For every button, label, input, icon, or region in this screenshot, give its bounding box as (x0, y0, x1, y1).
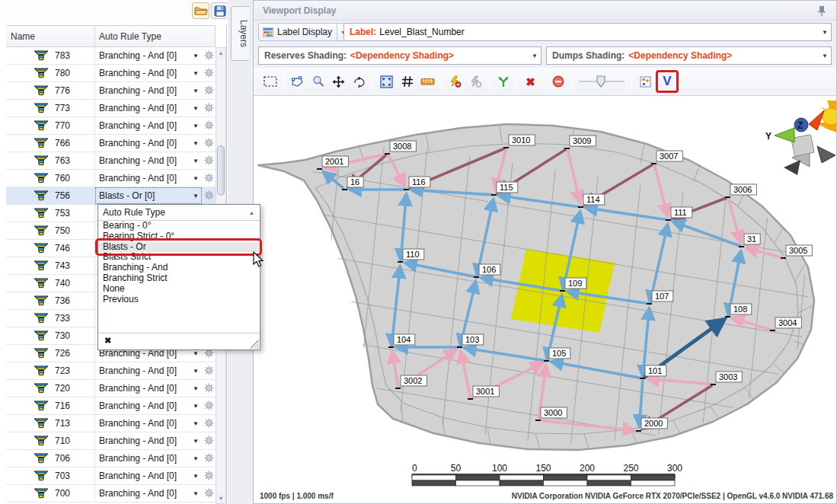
row-name-cell[interactable]: 740 (6, 275, 95, 292)
table-row[interactable]: 780Branching - And [0]▼ (6, 65, 216, 82)
row-rule-combo[interactable]: Branching - And [0]▼ (95, 152, 216, 169)
row-rule-combo[interactable]: Branching - And [0]▼ (95, 380, 216, 397)
dependency-remove-button[interactable] (445, 72, 465, 92)
rule-gear-button[interactable] (202, 488, 216, 500)
gear-icon[interactable] (204, 155, 214, 165)
row-name-cell[interactable]: 773 (6, 100, 95, 116)
table-row[interactable]: 783Branching - And [0]▼ (6, 47, 216, 65)
rule-gear-button[interactable] (202, 103, 216, 115)
column-header-name[interactable]: Name (6, 26, 95, 46)
viewport-3d[interactable]: 2001300816116301011530091143007111300631… (254, 96, 836, 503)
row-name-cell[interactable]: 750 (6, 222, 95, 239)
table-row[interactable]: 756Blasts - Or [0]▼ (6, 187, 216, 205)
branch-button[interactable] (493, 72, 513, 92)
orbit-button[interactable] (349, 72, 369, 92)
table-row[interactable]: 710Branching - And [0]▼ (6, 432, 216, 450)
rule-gear-button[interactable] (202, 85, 216, 97)
row-rule-combo[interactable]: Branching - And [0]▼ (95, 450, 216, 467)
dropdown-item[interactable]: Bearing Strict - 0° (98, 231, 260, 242)
table-row[interactable]: 763Branching - And [0]▼ (6, 152, 216, 170)
row-name-cell[interactable]: 716 (6, 397, 95, 414)
dumps-shading-arrow[interactable]: ▼ (819, 53, 831, 59)
rule-gear-button[interactable] (202, 50, 216, 62)
row-name-cell[interactable]: 720 (6, 380, 95, 397)
rule-gear-button[interactable] (202, 138, 216, 150)
gear-icon[interactable] (204, 68, 214, 78)
dropdown-header[interactable]: Auto Rule Type ▲ (98, 205, 260, 221)
grid-button[interactable] (397, 72, 417, 92)
mine-map[interactable]: 2001300816116301011530091143007111300631… (254, 96, 836, 503)
dropdown-item[interactable]: Blasts - Or (98, 242, 260, 253)
rule-dropdown-arrow[interactable]: ▼ (190, 368, 202, 375)
scroll-down-arrow[interactable]: ▼ (216, 493, 225, 503)
table-row[interactable]: 766Branching - And [0]▼ (6, 135, 216, 152)
measure-button[interactable] (417, 72, 438, 92)
rule-dropdown-arrow[interactable]: ▼ (190, 175, 202, 182)
row-rule-combo[interactable]: Branching - And [0]▼ (95, 362, 216, 379)
pan-button[interactable] (328, 72, 349, 92)
open-folder-button[interactable] (192, 2, 209, 19)
rule-gear-button[interactable] (202, 120, 216, 132)
marquee-select-button[interactable] (260, 72, 280, 92)
row-name-cell[interactable]: 783 (6, 47, 95, 64)
label-combo[interactable]: Label: Level_Blast_Number ▼ (343, 23, 832, 41)
gear-icon[interactable] (204, 85, 214, 95)
gear-icon[interactable] (204, 50, 214, 60)
row-rule-combo[interactable]: Branching - And [0]▼ (95, 135, 216, 152)
row-rule-combo[interactable]: Branching - And [0]▼ (95, 432, 216, 449)
column-header-auto-rule-type[interactable]: Auto Rule Type (95, 26, 215, 46)
gear-icon[interactable] (204, 435, 214, 445)
row-name-cell[interactable]: 753 (6, 205, 95, 222)
row-name-cell[interactable]: 736 (6, 292, 95, 309)
save-button[interactable] (211, 2, 228, 19)
row-name-cell[interactable]: 730 (6, 327, 95, 344)
rule-gear-button[interactable] (202, 365, 216, 378)
row-name-cell[interactable]: 700 (6, 485, 95, 502)
table-row[interactable]: 703Branching - And [0]▼ (6, 467, 216, 485)
tab-layers[interactable]: Layers (231, 6, 249, 61)
gear-icon[interactable] (204, 120, 214, 130)
orientation-gizmo[interactable]: Z Y (765, 100, 836, 175)
exclude-button[interactable] (548, 72, 568, 92)
row-name-cell[interactable]: 756 (6, 187, 95, 204)
rule-dropdown-arrow[interactable]: ▼ (190, 473, 202, 480)
polygon-select-button[interactable] (287, 72, 308, 92)
rule-gear-button[interactable] (202, 418, 216, 430)
gear-icon[interactable] (204, 103, 214, 113)
scroll-up-arrow[interactable]: ▲ (216, 48, 225, 58)
rule-dropdown-arrow[interactable]: ▼ (190, 490, 202, 497)
gear-icon[interactable] (204, 488, 214, 498)
row-name-cell[interactable]: 710 (6, 432, 95, 449)
rule-gear-button[interactable] (202, 471, 216, 483)
row-rule-combo[interactable]: Branching - And [0]▼ (95, 47, 216, 64)
rule-dropdown-arrow[interactable]: ▼ (190, 438, 202, 445)
rule-dropdown-arrow[interactable]: ▼ (190, 105, 202, 112)
rule-gear-button[interactable] (202, 155, 216, 167)
table-row[interactable]: 773Branching - And [0]▼ (6, 100, 216, 117)
row-rule-combo[interactable]: Branching - And [0]▼ (95, 415, 216, 432)
table-row[interactable]: 760Branching - And [0]▼ (6, 170, 216, 187)
row-rule-combo[interactable]: Branching - And [0]▼ (95, 397, 216, 414)
row-name-cell[interactable]: 763 (6, 152, 95, 169)
row-rule-combo[interactable]: Branching - And [0]▼ (95, 170, 216, 187)
table-row[interactable]: 723Branching - And [0]▼ (6, 362, 216, 380)
clear-filter-icon[interactable]: ✖ (104, 336, 111, 346)
point-display-button[interactable] (635, 72, 656, 92)
row-rule-combo[interactable]: Branching - And [0]▼ (95, 485, 216, 502)
opacity-slider-button[interactable] (575, 72, 628, 92)
rule-gear-button[interactable] (202, 173, 216, 185)
reserves-shading-combo[interactable]: Reserves Shading: <Dependency Shading> ▼ (258, 46, 541, 65)
rule-dropdown-arrow[interactable]: ▼ (190, 455, 202, 462)
row-rule-combo[interactable]: Branching - And [0]▼ (95, 100, 216, 116)
rule-dropdown-arrow[interactable]: ▼ (190, 123, 202, 129)
row-name-cell[interactable]: 726 (6, 345, 95, 362)
row-name-cell[interactable]: 733 (6, 310, 95, 327)
gear-icon[interactable] (204, 138, 214, 148)
table-row[interactable]: 706Branching - And [0]▼ (6, 450, 216, 467)
delete-button[interactable]: ✖ (520, 72, 541, 92)
row-name-cell[interactable]: 723 (6, 362, 95, 379)
table-row[interactable]: 720Branching - And [0]▼ (6, 380, 216, 397)
dumps-shading-combo[interactable]: Dumps Shading: <Dependency Shading> ▼ (546, 46, 832, 65)
v-toggle-button[interactable]: V (656, 70, 679, 93)
zoom-extents-button[interactable] (376, 72, 397, 92)
